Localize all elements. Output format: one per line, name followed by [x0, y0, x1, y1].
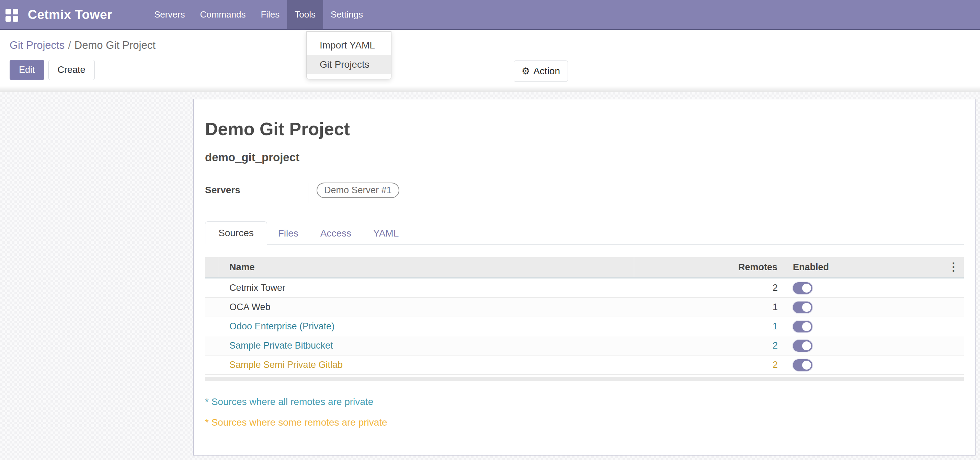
- remotes-count: 2: [634, 283, 785, 293]
- enabled-toggle[interactable]: [793, 321, 813, 332]
- action-button-label: Action: [533, 65, 560, 77]
- column-header-enabled[interactable]: Enabled ⋮: [785, 257, 964, 278]
- create-button[interactable]: Create: [48, 60, 95, 80]
- legend-note-all-private: * Sources where all remotes are private: [205, 396, 964, 407]
- enabled-cell: [785, 321, 964, 332]
- control-panel: Git Projects/Demo Git Project Edit Creat…: [0, 30, 980, 92]
- table-row[interactable]: OCA Web 1: [205, 298, 964, 317]
- row-name-link[interactable]: OCA Web: [219, 302, 634, 313]
- nav-item-files[interactable]: Files: [253, 0, 287, 29]
- tab-access[interactable]: Access: [309, 222, 362, 245]
- nav-item-tools[interactable]: Tools: [287, 0, 323, 29]
- servers-field-value: Demo Server #1: [308, 182, 399, 203]
- button-row: Edit Create: [10, 60, 980, 80]
- top-navbar: Cetmix Tower Servers Commands Files Tool…: [0, 0, 980, 30]
- edit-button[interactable]: Edit: [10, 60, 44, 80]
- nav-item-commands[interactable]: Commands: [192, 0, 253, 29]
- column-header-remotes[interactable]: Remotes: [634, 257, 785, 278]
- enabled-cell: [785, 340, 964, 352]
- breadcrumb: Git Projects/Demo Git Project: [0, 30, 980, 51]
- column-header-name[interactable]: Name: [219, 257, 634, 278]
- nav-item-settings[interactable]: Settings: [323, 0, 371, 29]
- breadcrumb-separator: /: [65, 39, 75, 51]
- enabled-toggle[interactable]: [793, 302, 813, 313]
- enabled-cell: [785, 359, 964, 371]
- legend-note-some-private: * Sources where some remotes are private: [205, 417, 964, 428]
- enabled-cell: [785, 282, 964, 294]
- remotes-count: 2: [634, 359, 785, 370]
- nav-item-servers[interactable]: Servers: [146, 0, 192, 29]
- sources-table: Name Remotes Enabled ⋮ Cetmix Tower 2 OC…: [205, 257, 964, 381]
- row-name-link[interactable]: Sample Semi Private Gitlab: [219, 359, 634, 370]
- kebab-menu-icon[interactable]: ⋮: [948, 261, 959, 272]
- row-name-link[interactable]: Sample Private Bitbucket: [219, 340, 634, 351]
- servers-field-label: Servers: [205, 182, 308, 203]
- action-button[interactable]: ⚙ Action: [514, 61, 568, 82]
- server-tag[interactable]: Demo Server #1: [317, 182, 399, 198]
- table-row[interactable]: Cetmix Tower 2: [205, 278, 964, 298]
- main-menu: Servers Commands Files Tools Settings: [146, 0, 371, 29]
- table-row[interactable]: Odoo Enterprise (Private) 1: [205, 317, 964, 336]
- enabled-toggle[interactable]: [793, 340, 813, 352]
- page-title: Demo Git Project: [205, 118, 964, 139]
- gear-icon: ⚙: [522, 65, 530, 77]
- breadcrumb-current: Demo Git Project: [75, 39, 156, 51]
- record-reference: demo_git_project: [205, 151, 964, 164]
- column-header-enabled-label: Enabled: [793, 262, 829, 273]
- remotes-count: 1: [634, 302, 785, 313]
- brand-title[interactable]: Cetmix Tower: [28, 0, 112, 29]
- remotes-count: 2: [634, 340, 785, 351]
- menu-item-import-yaml[interactable]: Import YAML: [307, 36, 391, 55]
- menu-item-git-projects[interactable]: Git Projects: [307, 55, 391, 74]
- tab-yaml[interactable]: YAML: [362, 222, 410, 245]
- panel-bottom-shadow: [0, 86, 980, 92]
- notebook-tabs: Sources Files Access YAML: [205, 221, 964, 245]
- tab-sources[interactable]: Sources: [205, 221, 267, 245]
- enabled-toggle[interactable]: [793, 359, 813, 371]
- tab-files[interactable]: Files: [267, 222, 309, 245]
- breadcrumb-link-git-projects[interactable]: Git Projects: [10, 39, 65, 51]
- table-row[interactable]: Sample Semi Private Gitlab 2: [205, 356, 964, 375]
- table-header: Name Remotes Enabled ⋮: [205, 257, 964, 278]
- servers-field: Servers Demo Server #1: [205, 182, 964, 203]
- main-content-area: Demo Git Project demo_git_project Server…: [0, 92, 980, 460]
- enabled-cell: [785, 302, 964, 313]
- row-name-link[interactable]: Odoo Enterprise (Private): [219, 321, 634, 332]
- select-all-column[interactable]: [205, 257, 219, 278]
- enabled-toggle[interactable]: [793, 282, 813, 294]
- table-scrollbar[interactable]: [205, 377, 964, 381]
- apps-grid-icon[interactable]: [5, 9, 18, 22]
- table-row[interactable]: Sample Private Bitbucket 2: [205, 336, 964, 356]
- tools-dropdown-menu: Import YAML Git Projects: [306, 31, 391, 80]
- record-card: Demo Git Project demo_git_project Server…: [193, 99, 975, 455]
- row-name-link[interactable]: Cetmix Tower: [219, 283, 634, 293]
- remotes-count: 1: [634, 321, 785, 332]
